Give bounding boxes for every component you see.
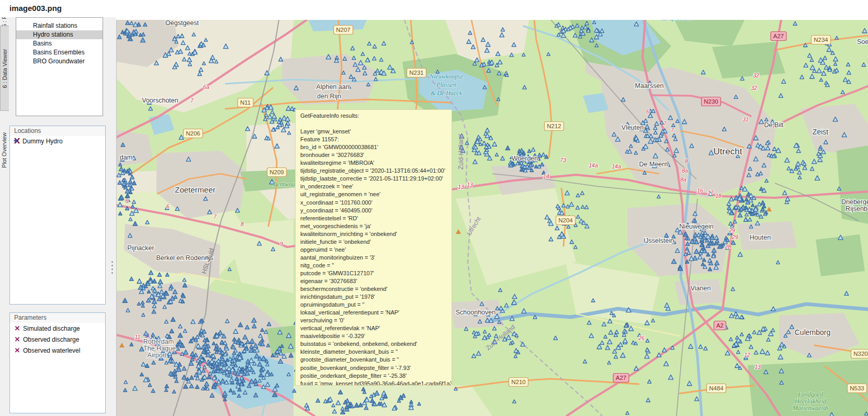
parameter-label: Observed discharge [23,336,79,343]
exit-number-label: 14a [612,163,621,170]
city-label: Rijsenburg [846,205,868,212]
tooltip-line: initiele_functie = 'onbekend' [300,239,452,246]
exit-number-label: 8a [682,167,688,174]
red-x-icon: ✕ [14,323,21,334]
city-label: Woerden [512,155,538,162]
city-label: Driebergen- [841,198,868,206]
title-bar: image003.png [0,0,868,17]
red-x-icon: ✕ [14,334,21,345]
tooltip-line: verschuiving = '0' [300,317,452,325]
exit-number-label: 31 [742,116,749,122]
vertical-tab-5[interactable]: 5 : F [0,17,8,26]
exit-number-label: 14 [543,173,549,179]
tooltip-line: putcode = 'GMW31C127107' [300,270,452,278]
svg-text:N320: N320 [853,351,868,357]
exit-number-label: 11 [135,334,141,340]
city-label: Airport [148,352,167,359]
tooltip-line: beschermconstructie = 'onbekend' [300,286,452,294]
exit-number-label: 18 [715,193,722,199]
svg-text:N204: N204 [558,217,573,223]
exit-number-label: 29 [728,227,735,233]
tooltip-line: lokaal_verticaal_referentiepunt = 'NAP' [300,309,452,317]
vertical-tab-plot-overview[interactable]: Plot Overview [0,116,8,184]
tooltip-line: kleinste_diameter_bovenkant_buis = '' [300,348,452,356]
exit-number-label: 17 [707,189,714,196]
application-window: image003.png 5 : F 6 : Data Viewer Plot … [0,0,868,416]
vertical-tab-data-viewer[interactable]: 6 : Data Viewer [0,26,9,111]
location-flag-icon [13,137,20,144]
tooltip-line: bronhouder = '30276683' [300,152,452,160]
parameter-list-item[interactable]: ✕Observed discharge [10,334,105,345]
parameters-header: Parameters [10,313,105,323]
layer-list-item[interactable]: Basins Ensembles [16,48,103,57]
tooltip-line: opgeruimd = 'nee' [300,246,452,254]
location-list-item[interactable]: Dummy Hydro [10,136,105,147]
tooltip-line: positie_onderkant_diepste_filter = '-25.… [300,373,452,380]
exit-number-label: 32 [753,72,759,78]
svg-text:A27: A27 [616,375,626,381]
road-shield: N231 [407,69,426,77]
nature-label: Mariënwaerdt [792,404,829,412]
map-canvas[interactable]: 76a567891313147314a14a16171867788a8a3232… [116,20,868,416]
parameter-label: Observed waterlevel [23,347,80,354]
road-shield: A27 [771,32,786,41]
map-svg: 76a567891313147314a14a16171867788a8a3232… [117,20,868,416]
city-label: den Rijn [317,93,341,100]
layer-list-item[interactable]: Hydro stations [16,30,103,39]
exit-number-label: 8a [680,176,686,183]
tooltip-line: fuuid = 'gmw_kenset.bd395a90-36a6-46ad-a… [300,380,452,386]
svg-text:N206: N206 [186,130,200,137]
tooltip-line: referentiestelsel = 'RD' [300,215,452,223]
forest-area [816,234,865,276]
exit-number-label: 29 [731,234,738,240]
exit-number-label: 8 [241,221,244,227]
tooltip-line: kwaliteitsregime = 'IMBRO/A' [300,160,452,167]
tooltip-line: Feature 11557: [300,136,452,144]
parameters-panel: Parameters ✕Simulated discharge✕Observed… [9,312,106,413]
tooltip-line: met_voorgeschiedenis = 'ja' [300,223,452,231]
svg-text:A27: A27 [773,33,784,39]
road-shield: N320 [851,350,868,358]
road-shield: N207 [334,26,353,35]
parameter-list-item[interactable]: ✕Observed waterlevel [10,345,105,356]
location-label: Dummy Hydro [22,138,63,145]
area-label: Zuid-Holland [457,134,465,170]
tooltip-line: kwaliteitsnorm_inrichting = 'onbekend' [300,231,452,239]
city-label: dam [120,154,132,161]
layer-list-item[interactable]: Rainfall stations [16,21,103,30]
locations-header: Locations [10,126,105,136]
road-shield: N230 [702,97,721,106]
parameter-list-item[interactable]: ✕Simulated discharge [10,323,105,334]
layer-list-panel: Rainfall stationsHydro stationsBasinsBas… [16,17,103,116]
city-label: Zeist [813,128,828,136]
exit-number-label: 14a [589,162,598,168]
parameter-label: Simulated discharge [23,325,80,332]
layer-list-item[interactable]: BRO Groundwater [16,57,103,66]
city-label: Utrecht [714,147,742,156]
road-shield: N204 [556,216,576,225]
tooltip-line: tijdstip_laatste_correctie = '2021-05-11… [300,175,452,183]
exit-number-label: 12 [744,352,750,358]
tooltip-line: tijdstip_registratie_object = '2020-11-1… [300,167,452,175]
tooltip-line: uit_registratie_genomen = 'nee' [300,191,452,199]
tooltip-line: GetFeatureInfo results: [300,113,452,120]
tooltip-line: positie_bovenkant_ondiepste_filter = '-7… [300,365,452,373]
tooltip-line: buisstatus = 'onbekend, onbekend, onbeke… [300,341,452,348]
city-label: IJsselstein [644,237,674,244]
exit-number-label: 16 [697,187,703,194]
svg-text:N11: N11 [240,99,251,106]
city-label: Oegstgeest [165,20,199,27]
red-x-icon: ✕ [14,345,21,356]
svg-text:N207: N207 [336,27,351,33]
tooltip-line: eigenaar = '30276683' [300,278,452,286]
layer-list-item[interactable]: Basins [16,39,103,48]
exit-number-label: 5 [126,198,129,204]
tooltip-line [300,120,452,128]
exit-number-label: 32 [751,85,757,91]
svg-text:N209: N209 [269,169,284,175]
panel-splitter[interactable] [106,17,116,416]
tooltip-line: aantal_monitoringbuizen = '3' [300,254,452,262]
city-label: Houten [750,234,771,241]
tooltip-line: x_coordinaat = '101760.000' [300,199,452,207]
getfeatureinfo-tooltip: GetFeatureInfo results:Layer 'gmw_kenset… [295,109,452,386]
